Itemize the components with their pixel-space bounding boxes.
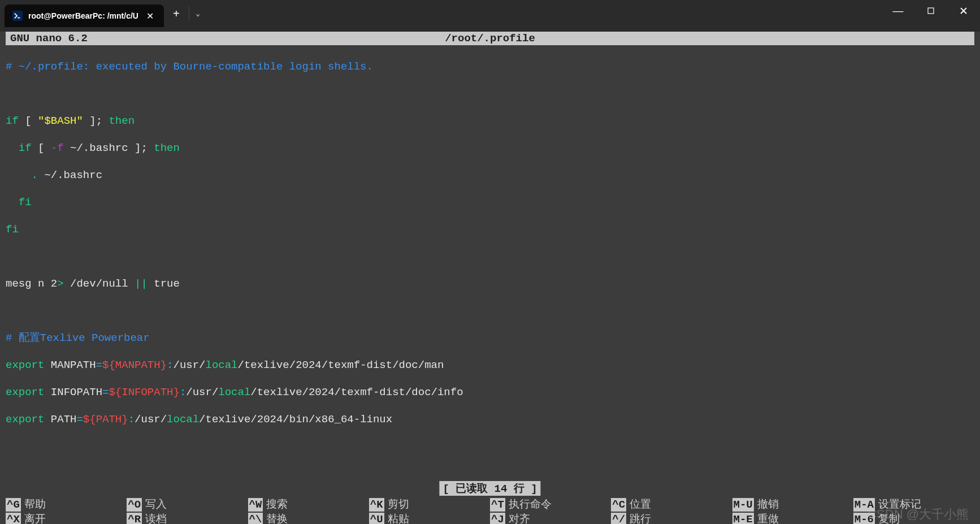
help-key: ^K [369, 498, 384, 512]
nano-status-message: [ 已读取 14 行 ] [439, 481, 540, 496]
help-item[interactable]: ^/跳行 [611, 513, 732, 524]
help-key: ^T [490, 498, 505, 512]
help-label: 搜索 [266, 498, 288, 512]
help-label: 执行命令 [509, 498, 552, 512]
help-item[interactable]: ^K剪切 [369, 498, 490, 512]
help-label: 位置 [630, 498, 651, 512]
help-item[interactable]: ^W搜索 [248, 498, 369, 512]
help-label: 跳行 [630, 513, 651, 524]
help-key: ^J [490, 513, 505, 524]
tab-title: root@PowerBearPc: /mnt/c/U [28, 11, 138, 20]
help-key: ^X [6, 513, 21, 524]
help-item[interactable]: ^T执行命令 [490, 498, 611, 512]
help-label: 撤销 [757, 498, 779, 512]
titlebar: root@PowerBearPc: /mnt/c/U ✕ + ⌄ — ✕ [0, 0, 980, 27]
svg-rect-0 [928, 8, 934, 14]
help-item[interactable]: M-6复制 [853, 513, 974, 524]
tab-close-button[interactable]: ✕ [144, 10, 156, 23]
help-item[interactable]: ^J对齐 [490, 513, 611, 524]
help-item[interactable]: M-U撤销 [732, 498, 853, 512]
nano-filename: /root/.profile [445, 32, 535, 45]
help-key: ^U [369, 513, 384, 524]
help-label: 帮助 [24, 498, 46, 512]
help-item[interactable]: ^X离开 [6, 513, 127, 524]
editor-content[interactable]: # ~/.profile: executed by Bourne-compati… [6, 45, 974, 454]
help-key: M-E [732, 513, 754, 524]
window-close-button[interactable]: ✕ [947, 0, 980, 21]
help-key: M-6 [853, 513, 875, 524]
help-key: ^/ [611, 513, 626, 524]
help-item[interactable]: ^C位置 [611, 498, 732, 512]
help-key: ^C [611, 498, 626, 512]
help-item[interactable]: ^\替换 [248, 513, 369, 524]
comment-line: # ~/.profile: executed by Bourne-compati… [6, 60, 373, 73]
help-label: 剪切 [388, 498, 409, 512]
help-label: 离开 [24, 513, 46, 524]
help-item[interactable]: M-A设置标记 [853, 498, 974, 512]
help-key: ^O [127, 498, 142, 512]
help-label: 读档 [145, 513, 167, 524]
help-key: M-U [732, 498, 754, 512]
help-item[interactable]: ^G帮助 [6, 498, 127, 512]
help-key: ^\ [248, 513, 263, 524]
help-label: 重做 [757, 513, 779, 524]
minimize-button[interactable]: — [882, 0, 914, 21]
help-label: 设置标记 [878, 498, 921, 512]
powershell-icon [12, 11, 23, 21]
help-label: 替换 [266, 513, 288, 524]
terminal-area[interactable]: GNU nano 6.2 /root/.profile # ~/.profile… [0, 32, 980, 524]
help-key: M-A [853, 498, 875, 512]
help-key: ^W [248, 498, 263, 512]
nano-version: GNU nano 6.2 [10, 32, 88, 45]
help-item[interactable]: ^R读档 [127, 513, 248, 524]
help-label: 写入 [145, 498, 167, 512]
help-item[interactable]: M-E重做 [732, 513, 853, 524]
help-key: ^R [127, 513, 142, 524]
nano-help-bar: ^G帮助^O写入^W搜索^K剪切^T执行命令^C位置M-U撤销M-A设置标记^X… [6, 498, 974, 524]
help-label: 复制 [878, 513, 900, 524]
tab-dropdown-button[interactable]: ⌄ [189, 7, 207, 20]
terminal-tab[interactable]: root@PowerBearPc: /mnt/c/U ✕ [5, 5, 164, 27]
window-controls: — ✕ [882, 0, 980, 21]
new-tab-button[interactable]: + [164, 7, 189, 20]
help-item[interactable]: ^U粘贴 [369, 513, 490, 524]
help-label: 对齐 [509, 513, 530, 524]
help-label: 粘贴 [388, 513, 409, 524]
help-item[interactable]: ^O写入 [127, 498, 248, 512]
help-key: ^G [6, 498, 21, 512]
nano-header: GNU nano 6.2 /root/.profile [6, 32, 974, 45]
comment-line: # 配置Texlive Powerbear [6, 332, 150, 344]
maximize-button[interactable] [914, 0, 947, 21]
